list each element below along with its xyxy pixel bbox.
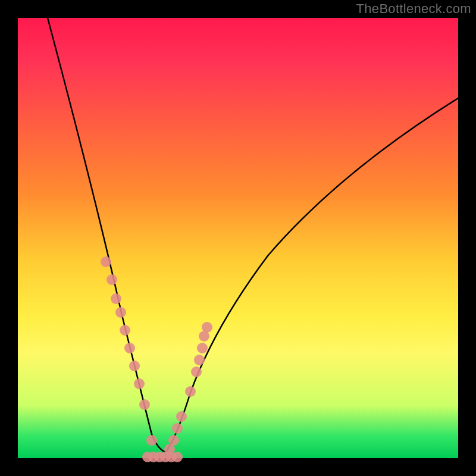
data-point	[172, 423, 183, 434]
data-point	[129, 361, 140, 371]
data-point	[139, 399, 150, 410]
data-point	[120, 325, 130, 336]
data-point	[111, 293, 121, 304]
curve-left-branch	[48, 18, 165, 452]
data-point	[101, 256, 111, 267]
data-point	[191, 367, 202, 377]
data-point	[197, 343, 208, 353]
data-point	[176, 411, 187, 422]
curve-svg	[18, 18, 458, 458]
data-point	[115, 307, 126, 318]
data-point	[124, 343, 135, 353]
curve-right-branch	[165, 98, 458, 452]
watermark-text: TheBottleneck.com	[356, 1, 471, 17]
data-point	[134, 378, 145, 389]
data-point	[172, 452, 183, 462]
data-point	[202, 322, 212, 333]
data-point	[185, 386, 196, 397]
chart-container: TheBottleneck.com	[0, 0, 476, 476]
data-point	[146, 435, 157, 446]
data-point	[194, 355, 205, 365]
plot-area	[18, 18, 458, 458]
data-point	[168, 435, 179, 446]
data-point	[107, 274, 117, 285]
